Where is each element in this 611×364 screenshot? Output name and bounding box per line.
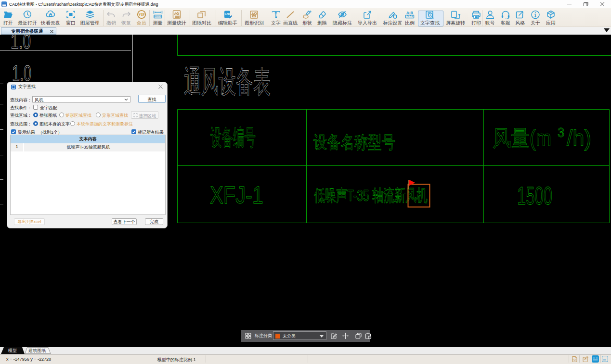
svg-text:低噪声T-35 轴流新风机: 低噪声T-35 轴流新风机 <box>314 186 428 204</box>
svg-text:XFJ-1: XFJ-1 <box>210 182 263 209</box>
svg-text:CAD: CAD <box>225 13 230 15</box>
svg-text:设备名称型号: 设备名称型号 <box>313 132 395 152</box>
svg-text:设备编号: 设备编号 <box>210 125 256 150</box>
svg-text:通风设备表: 通风设备表 <box>184 64 271 99</box>
svg-text:A:B: A:B <box>406 11 413 15</box>
svg-text:A: A <box>429 14 431 17</box>
svg-text:风量(m: 风量(m <box>493 126 551 151</box>
svg-text:PDF: PDF <box>572 359 577 361</box>
svg-text:3: 3 <box>558 126 564 140</box>
svg-text:1.0: 1.0 <box>11 35 31 53</box>
svg-text:/h): /h) <box>567 126 591 151</box>
svg-text:VIP: VIP <box>138 13 144 17</box>
svg-text:1500: 1500 <box>517 182 552 210</box>
svg-text:MEASURE: MEASURE <box>154 16 162 18</box>
